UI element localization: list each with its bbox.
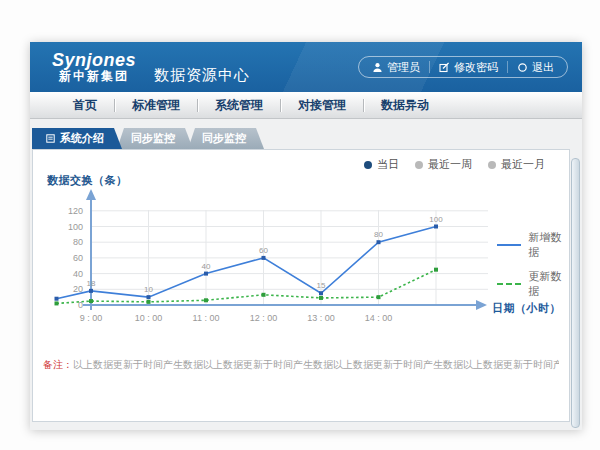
document-icon (46, 134, 55, 143)
filter-label: 最近一月 (501, 157, 545, 172)
svg-text:数据交换（条）: 数据交换（条） (46, 174, 128, 187)
brand-logo-cn: 新中新集团 (52, 70, 136, 84)
user-toolbar: 管理员 修改密码 退出 (358, 56, 568, 78)
svg-text:10: 10 (144, 285, 153, 294)
page-title: 数据资源中心 (154, 66, 250, 85)
legend-item-new-data: 新增数据 (497, 230, 569, 260)
main-nav: 首页 标准管理 系统管理 对接管理 数据异动 (30, 92, 582, 119)
scrollbar[interactable] (571, 158, 580, 428)
svg-text:11 : 00: 11 : 00 (193, 313, 220, 323)
nav-item-home[interactable]: 首页 (56, 97, 114, 114)
edit-icon (439, 62, 450, 73)
change-password-button[interactable]: 修改密码 (430, 60, 507, 75)
svg-text:100: 100 (429, 215, 443, 224)
tab-label: 同步监控 (202, 131, 246, 146)
svg-text:60: 60 (259, 246, 268, 255)
tab-sync-monitor-1[interactable]: 同步监控 (117, 128, 193, 149)
chart-legend: 新增数据 更新数据 (497, 230, 569, 308)
svg-text:100: 100 (68, 222, 83, 232)
svg-text:40: 40 (202, 262, 211, 271)
svg-text:80: 80 (73, 237, 83, 247)
chart-panel: 当日 最近一周 最近一月 0204060801001209 : 0010 : 0… (32, 149, 570, 422)
nav-item-interface-mgmt[interactable]: 对接管理 (281, 97, 363, 114)
tab-label: 同步监控 (131, 131, 175, 146)
legend-line-solid-icon (497, 244, 521, 246)
tab-label: 系统介绍 (60, 131, 104, 146)
line-chart: 0204060801001209 : 0010 : 0011 : 0012 : … (33, 160, 493, 340)
footnote: 备注：以上数据更新于时间产生数据以上数据更新于时间产生数据以上数据更新于时间产生… (43, 358, 559, 372)
change-password-label: 修改密码 (454, 60, 498, 75)
svg-text:9 : 00: 9 : 00 (80, 313, 103, 323)
tab-bar: 系统介绍 同步监控 同步监控 (32, 128, 582, 149)
svg-text:15: 15 (317, 281, 326, 290)
brand-logo-name: Synjones (52, 50, 136, 71)
legend-label: 新增数据 (528, 230, 569, 260)
legend-label: 更新数据 (528, 269, 569, 299)
footnote-prefix: 备注： (43, 359, 73, 370)
legend-item-updated-data: 更新数据 (497, 269, 569, 299)
nav-item-standard-mgmt[interactable]: 标准管理 (115, 97, 197, 114)
logout-button[interactable]: 退出 (508, 60, 563, 75)
user-menu[interactable]: 管理员 (363, 60, 429, 75)
svg-text:18: 18 (87, 279, 96, 288)
content-area: 系统介绍 同步监控 同步监控 当日 最近一周 (30, 128, 582, 439)
svg-text:14 : 00: 14 : 00 (365, 313, 393, 323)
app-header: Synjones 新中新集团 数据资源中心 管理员 修改密码 (30, 42, 582, 92)
svg-text:60: 60 (73, 253, 83, 263)
power-icon (517, 62, 528, 73)
filter-last-month[interactable]: 最近一月 (488, 157, 545, 172)
user-name: 管理员 (387, 60, 420, 75)
svg-text:40: 40 (73, 269, 83, 279)
logout-label: 退出 (532, 60, 554, 75)
svg-text:80: 80 (374, 230, 383, 239)
svg-text:12 : 00: 12 : 00 (250, 313, 278, 323)
tab-system-intro[interactable]: 系统介绍 (32, 128, 122, 149)
svg-text:120: 120 (68, 206, 83, 216)
user-icon (372, 62, 383, 73)
nav-item-data-change[interactable]: 数据异动 (364, 97, 446, 114)
footnote-text: 以上数据更新于时间产生数据以上数据更新于时间产生数据以上数据更新于时间产生数据以… (73, 359, 559, 370)
brand-logo: Synjones 新中新集团 (52, 50, 136, 84)
svg-text:13 : 00: 13 : 00 (307, 313, 335, 323)
tab-sync-monitor-2[interactable]: 同步监控 (188, 128, 264, 149)
app-window: Synjones 新中新集团 数据资源中心 管理员 修改密码 (30, 42, 582, 430)
nav-item-system-mgmt[interactable]: 系统管理 (198, 97, 280, 114)
svg-text:10 : 00: 10 : 00 (135, 313, 163, 323)
legend-line-dashed-icon (497, 283, 521, 285)
